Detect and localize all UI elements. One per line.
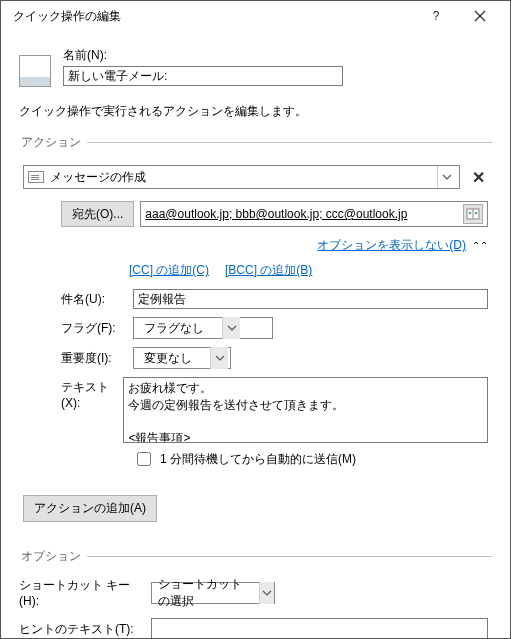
actions-group: アクション メッセージの作成 ✕ 宛先(O)... aaa@outlook.jp…: [19, 134, 492, 548]
add-bcc-link[interactable]: [BCC] の追加(B): [225, 262, 312, 279]
flag-label: フラグ(F):: [61, 320, 125, 337]
help-button[interactable]: ?: [414, 1, 458, 31]
chevron-down-icon: [437, 166, 455, 188]
options-toggle-link[interactable]: オプションを表示しない(D): [317, 237, 466, 254]
shortcut-label: ショートカット キー(H):: [19, 577, 143, 608]
to-button[interactable]: 宛先(O)...: [61, 201, 134, 227]
tooltip-label: ヒントのテキスト(T):: [19, 621, 143, 638]
mail-icon[interactable]: [19, 55, 51, 87]
close-button[interactable]: [458, 1, 502, 31]
options-group: オプション ショートカット キー(H): ショートカットの選択 ヒントのテキスト…: [19, 548, 492, 639]
name-input[interactable]: [63, 66, 343, 86]
actions-legend: アクション: [19, 134, 87, 151]
svg-point-2: [475, 212, 478, 215]
options-legend: オプション: [19, 548, 87, 565]
window-title: クイック操作の編集: [9, 8, 414, 25]
shortcut-select[interactable]: ショートカットの選択: [151, 582, 275, 604]
text-label: テキスト(X):: [61, 377, 115, 410]
tooltip-input[interactable]: [151, 618, 488, 639]
titlebar: クイック操作の編集 ?: [1, 1, 510, 31]
to-value: aaa@outlook.jp; bbb@outlook.jp; ccc@outl…: [145, 207, 459, 221]
chevron-down-icon: [210, 347, 228, 369]
chevron-down-icon: [259, 582, 274, 604]
address-book-button[interactable]: [463, 204, 483, 224]
description-text: クイック操作で実行されるアクションを編集します。: [19, 103, 492, 120]
action-type-label: メッセージの作成: [50, 169, 437, 186]
importance-select[interactable]: 変更なし: [133, 347, 231, 369]
message-icon: [28, 171, 44, 183]
importance-label: 重要度(I):: [61, 350, 125, 367]
autosend-label: 1 分間待機してから自動的に送信(M): [160, 451, 356, 468]
to-input[interactable]: aaa@outlook.jp; bbb@outlook.jp; ccc@outl…: [140, 201, 488, 227]
collapse-icon: ⌃⌃: [472, 240, 488, 251]
svg-point-1: [469, 212, 472, 215]
action-type-select[interactable]: メッセージの作成: [23, 165, 460, 189]
chevron-down-icon: [222, 317, 240, 339]
delete-action-button[interactable]: ✕: [468, 167, 488, 187]
flag-select[interactable]: フラグなし: [133, 317, 273, 339]
add-action-button[interactable]: アクションの追加(A): [23, 495, 157, 522]
autosend-checkbox[interactable]: [137, 452, 151, 466]
add-cc-link[interactable]: [CC] の追加(C): [129, 262, 209, 279]
subject-input[interactable]: [133, 289, 488, 309]
subject-label: 件名(U):: [61, 291, 125, 308]
text-input[interactable]: [123, 377, 488, 443]
name-label: 名前(N):: [63, 47, 492, 64]
